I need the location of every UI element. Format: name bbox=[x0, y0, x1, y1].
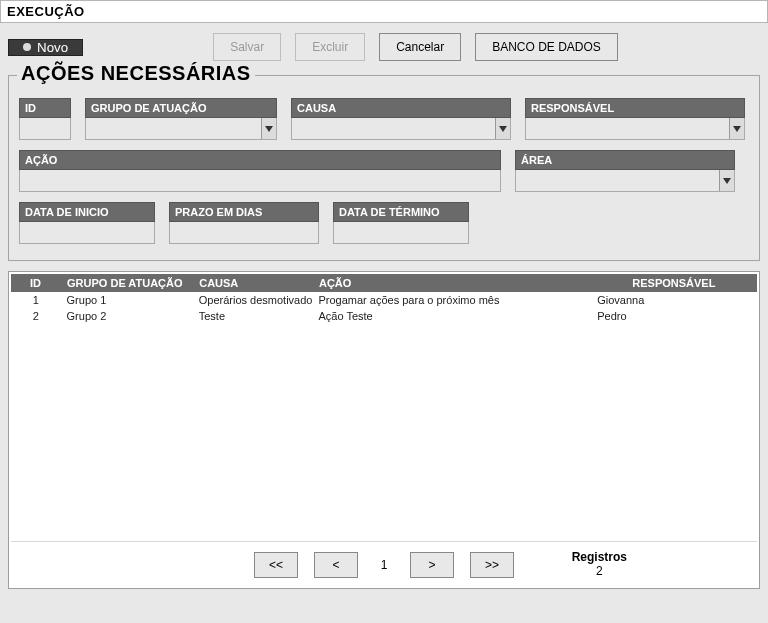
input-prazo-dias[interactable] bbox=[170, 222, 318, 243]
pager-last-button[interactable]: >> bbox=[470, 552, 514, 578]
pager-records-count: 2 bbox=[572, 564, 627, 578]
col-acao[interactable]: AÇÃO bbox=[312, 274, 591, 292]
field-causa: CAUSA bbox=[291, 98, 511, 140]
input-grupo-atuacao[interactable] bbox=[86, 118, 261, 139]
cell-causa: Teste bbox=[193, 308, 313, 324]
label-id: ID bbox=[19, 98, 71, 118]
field-prazo-dias: PRAZO EM DIAS bbox=[169, 202, 319, 244]
cell-responsavel: Pedro bbox=[591, 308, 756, 324]
label-prazo-dias: PRAZO EM DIAS bbox=[169, 202, 319, 222]
input-data-inicio[interactable] bbox=[20, 222, 154, 243]
col-id[interactable]: ID bbox=[11, 274, 61, 292]
field-area: ÁREA bbox=[515, 150, 735, 192]
input-acao[interactable] bbox=[20, 170, 500, 191]
data-table: ID GRUPO DE ATUAÇÃO CAUSA AÇÃO RESPONSÁV… bbox=[11, 274, 757, 324]
field-responsavel: RESPONSÁVEL bbox=[525, 98, 745, 140]
label-data-inicio: DATA DE INICIO bbox=[19, 202, 155, 222]
col-responsavel[interactable]: RESPONSÁVEL bbox=[591, 274, 756, 292]
banco-dados-button[interactable]: BANCO DE DADOS bbox=[475, 33, 618, 61]
window-title-text: EXECUÇÃO bbox=[7, 4, 85, 19]
dropdown-area[interactable] bbox=[719, 170, 734, 191]
cell-grupo: Grupo 2 bbox=[61, 308, 193, 324]
cell-acao: Ação Teste bbox=[312, 308, 591, 324]
pager-records: Registros 2 bbox=[572, 550, 627, 578]
cell-acao: Progamar ações para o próximo mês bbox=[312, 292, 591, 308]
input-area[interactable] bbox=[516, 170, 719, 191]
pager-first-button[interactable]: << bbox=[254, 552, 298, 578]
pager-page-number: 1 bbox=[374, 558, 394, 572]
input-id[interactable] bbox=[20, 118, 70, 139]
salvar-button[interactable]: Salvar bbox=[213, 33, 281, 61]
table-header-row: ID GRUPO DE ATUAÇÃO CAUSA AÇÃO RESPONSÁV… bbox=[11, 274, 757, 292]
excluir-button[interactable]: Excluir bbox=[295, 33, 365, 61]
label-causa: CAUSA bbox=[291, 98, 511, 118]
pager-next-button[interactable]: > bbox=[410, 552, 454, 578]
dropdown-responsavel[interactable] bbox=[729, 118, 744, 139]
cell-id: 1 bbox=[11, 292, 61, 308]
section-acoes-necessarias: AÇÕES NECESSÁRIAS ID GRUPO DE ATUAÇÃO CA… bbox=[8, 75, 760, 261]
pager: << < 1 > >> Registros 2 bbox=[11, 541, 757, 586]
input-data-termino[interactable] bbox=[334, 222, 468, 243]
col-grupo[interactable]: GRUPO DE ATUAÇÃO bbox=[61, 274, 193, 292]
input-causa[interactable] bbox=[292, 118, 495, 139]
window-title: EXECUÇÃO bbox=[0, 0, 768, 23]
data-list-panel: ID GRUPO DE ATUAÇÃO CAUSA AÇÃO RESPONSÁV… bbox=[8, 271, 760, 589]
col-causa[interactable]: CAUSA bbox=[193, 274, 313, 292]
input-responsavel[interactable] bbox=[526, 118, 729, 139]
label-data-termino: DATA DE TÉRMINO bbox=[333, 202, 469, 222]
cell-grupo: Grupo 1 bbox=[61, 292, 193, 308]
field-data-termino: DATA DE TÉRMINO bbox=[333, 202, 469, 244]
pager-prev-button[interactable]: < bbox=[314, 552, 358, 578]
dropdown-grupo-atuacao[interactable] bbox=[261, 118, 276, 139]
pager-records-label: Registros bbox=[572, 550, 627, 564]
cell-causa: Operários desmotivado bbox=[193, 292, 313, 308]
field-acao: AÇÃO bbox=[19, 150, 501, 192]
field-grupo-atuacao: GRUPO DE ATUAÇÃO bbox=[85, 98, 277, 140]
label-area: ÁREA bbox=[515, 150, 735, 170]
field-id: ID bbox=[19, 98, 71, 140]
label-acao: AÇÃO bbox=[19, 150, 501, 170]
data-grid[interactable]: ID GRUPO DE ATUAÇÃO CAUSA AÇÃO RESPONSÁV… bbox=[11, 274, 757, 541]
novo-label: Novo bbox=[37, 40, 68, 55]
table-row[interactable]: 1Grupo 1Operários desmotivadoProgamar aç… bbox=[11, 292, 757, 308]
cell-responsavel: Giovanna bbox=[591, 292, 756, 308]
dropdown-causa[interactable] bbox=[495, 118, 510, 139]
novo-icon bbox=[23, 43, 31, 51]
label-grupo-atuacao: GRUPO DE ATUAÇÃO bbox=[85, 98, 277, 118]
cancelar-button[interactable]: Cancelar bbox=[379, 33, 461, 61]
cell-id: 2 bbox=[11, 308, 61, 324]
field-data-inicio: DATA DE INICIO bbox=[19, 202, 155, 244]
table-row[interactable]: 2Grupo 2TesteAção TestePedro bbox=[11, 308, 757, 324]
label-responsavel: RESPONSÁVEL bbox=[525, 98, 745, 118]
novo-button[interactable]: Novo bbox=[8, 39, 83, 56]
section-title: AÇÕES NECESSÁRIAS bbox=[17, 62, 255, 85]
